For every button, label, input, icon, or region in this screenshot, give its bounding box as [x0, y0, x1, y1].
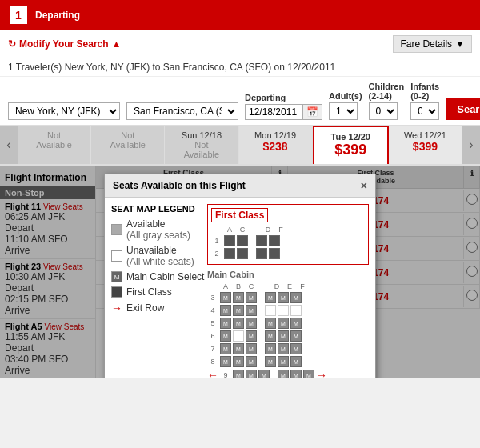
date-cell-4[interactable]: Mon 12/19 $238: [239, 126, 313, 164]
seat-3E[interactable]: M: [278, 292, 289, 303]
seat-4F[interactable]: [290, 305, 302, 316]
adults-group: Adult(s) 1: [329, 91, 362, 120]
seat-6A[interactable]: M: [220, 330, 231, 342]
modify-search-link[interactable]: ↻ Modify Your Search ▲: [8, 38, 121, 50]
seat-9A[interactable]: M: [233, 370, 244, 378]
seat-5E[interactable]: M: [278, 318, 289, 329]
departing-input[interactable]: [245, 104, 302, 120]
seat-2F[interactable]: [269, 248, 280, 259]
modal-title-text: Seats Available on this Flight: [113, 180, 246, 191]
seat-2D[interactable]: [256, 248, 267, 259]
seat-8A[interactable]: M: [220, 356, 231, 367]
seat-4D[interactable]: [265, 305, 276, 316]
main-row-4: 4 M M M: [207, 305, 369, 316]
seat-3B[interactable]: M: [233, 292, 244, 303]
children-label: Children (2-14): [369, 82, 405, 101]
seat-5B[interactable]: M: [233, 318, 244, 329]
date-label: NotAvailable: [19, 130, 89, 150]
origin-select[interactable]: New York, NY (JFK): [8, 102, 120, 120]
seat-9E[interactable]: M: [290, 370, 302, 378]
seat-4B[interactable]: M: [233, 305, 244, 316]
seat-7D[interactable]: M: [265, 343, 276, 354]
seat-6D[interactable]: M: [265, 330, 276, 342]
children-select[interactable]: 0: [369, 102, 398, 120]
first-class-section: First Class A C D F 1: [207, 204, 369, 265]
seat-5C[interactable]: M: [246, 318, 257, 329]
seat-7C[interactable]: M: [246, 343, 257, 354]
scroll-right-arrow[interactable]: →: [316, 369, 327, 378]
date-cell-5[interactable]: Tue 12/20 $399: [313, 126, 389, 164]
modify-bar: ↻ Modify Your Search ▲ Fare Details ▼: [0, 30, 480, 58]
seat-map: First Class A C D F 1: [207, 204, 369, 378]
modify-search-label: Modify Your Search: [19, 38, 109, 50]
legend-main-select: M Main Cabin Select: [111, 271, 207, 282]
seat-1A[interactable]: [224, 235, 235, 246]
seat-3A[interactable]: M: [220, 292, 231, 303]
seat-5D[interactable]: M: [265, 318, 276, 329]
infants-label: Infants (0-2): [410, 82, 439, 101]
date-day-label: Sun 12/18: [166, 130, 236, 140]
available-seat-icon: [111, 224, 122, 235]
scroll-left-arrow[interactable]: ←: [207, 369, 218, 378]
modal-close-button[interactable]: ×: [361, 179, 367, 192]
date-cells: NotAvailable NotAvailable Sun 12/18 NotA…: [18, 126, 462, 164]
origin-group: New York, NY (JFK): [8, 102, 120, 120]
adults-select[interactable]: 1: [329, 102, 358, 120]
seat-8F[interactable]: M: [290, 356, 302, 367]
date-day-label: Wed 12/21: [390, 130, 460, 140]
destination-select[interactable]: San Francisco, CA (SFO): [126, 102, 238, 120]
children-group: Children (2-14) 0: [369, 82, 405, 120]
seat-4A[interactable]: M: [220, 305, 231, 316]
seat-3F[interactable]: M: [290, 292, 302, 303]
legend-first-class: First Class: [111, 286, 207, 298]
seat-2A[interactable]: [224, 248, 235, 259]
seat-1D[interactable]: [256, 235, 267, 246]
seat-5F[interactable]: M: [290, 318, 302, 329]
seat-8C[interactable]: M: [246, 356, 257, 367]
seat-6F[interactable]: M: [290, 330, 302, 342]
seat-1F[interactable]: [269, 235, 280, 246]
seat-8D[interactable]: M: [265, 356, 276, 367]
fare-details-button[interactable]: Fare Details ▼: [393, 35, 472, 53]
seat-1C[interactable]: [237, 235, 248, 246]
main-cabin-col-headers: A B C D E F: [207, 282, 369, 290]
seat-8B[interactable]: M: [233, 356, 244, 367]
prev-date-arrow[interactable]: ‹: [0, 126, 18, 164]
date-cell-6[interactable]: Wed 12/21 $399: [389, 126, 462, 164]
date-cell-2[interactable]: NotAvailable: [91, 126, 165, 164]
seat-7F[interactable]: M: [290, 343, 302, 354]
infants-select[interactable]: 0: [410, 102, 439, 120]
date-cell-3[interactable]: Sun 12/18 NotAvailable: [165, 126, 238, 164]
departing-label: Departing: [245, 93, 322, 102]
calendar-icon[interactable]: 📅: [302, 104, 322, 120]
main-content: Flight Information Non-Stop Flight 11 Vi…: [0, 166, 480, 378]
search-button[interactable]: Search: [446, 98, 480, 120]
dropdown-arrow-icon: ▼: [455, 38, 465, 50]
seat-6C[interactable]: M: [246, 330, 257, 342]
seat-9F[interactable]: M: [303, 370, 314, 378]
next-date-arrow[interactable]: ›: [462, 126, 480, 164]
seat-9D[interactable]: M: [278, 370, 289, 378]
seat-6E[interactable]: M: [278, 330, 289, 342]
main-cabin-section: Main Cabin A B C D E F 3: [207, 270, 369, 378]
seat-3C[interactable]: M: [246, 292, 257, 303]
seat-4C[interactable]: M: [246, 305, 257, 316]
seat-5A[interactable]: M: [220, 318, 231, 329]
date-label: NotAvailable: [166, 140, 236, 159]
step-number: 1: [10, 6, 27, 24]
first-class-col-headers: A C D F: [211, 226, 365, 234]
seat-4E[interactable]: [278, 305, 289, 316]
refresh-icon: ↻: [8, 38, 16, 50]
seat-8E[interactable]: M: [278, 356, 289, 367]
seat-7E[interactable]: M: [278, 343, 289, 354]
seat-7B[interactable]: M: [233, 343, 244, 354]
header-title: Departing: [35, 10, 80, 21]
seat-2C[interactable]: [237, 248, 248, 259]
date-day-label: Mon 12/19: [241, 130, 310, 140]
seat-6B[interactable]: [233, 330, 244, 342]
seat-9C[interactable]: M: [258, 370, 270, 378]
seat-9B[interactable]: M: [246, 370, 257, 378]
seat-7A[interactable]: M: [220, 343, 231, 354]
seat-3D[interactable]: M: [265, 292, 276, 303]
date-cell-1[interactable]: NotAvailable: [18, 126, 91, 164]
